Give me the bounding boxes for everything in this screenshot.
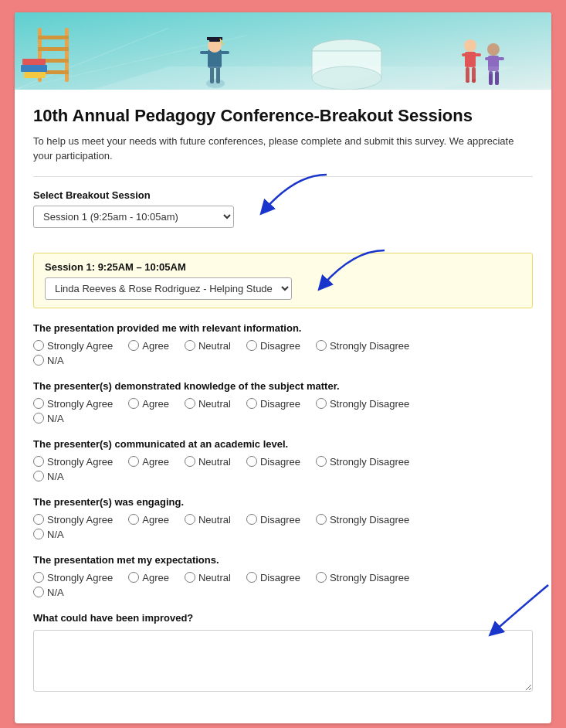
svg-rect-11 — [24, 72, 46, 78]
radio-option-strongly-disagree-q2[interactable]: Strongly Disagree — [316, 398, 409, 410]
radio-option-strongly-agree-q2[interactable]: Strongly Agree — [33, 398, 113, 410]
svg-rect-10 — [21, 65, 47, 72]
radio-option-strongly-agree-q4[interactable]: Strongly Agree — [33, 514, 113, 526]
radio-option-strongly-agree-q5[interactable]: Strongly Agree — [33, 572, 113, 583]
select-session-label: Select Breakout Session — [33, 189, 533, 201]
radio-option-strongly-disagree-q4[interactable]: Strongly Disagree — [316, 514, 409, 526]
radio-option-disagree-q1[interactable]: Disagree — [246, 340, 300, 352]
radio-option-na-q1[interactable]: N/A — [33, 355, 533, 366]
radio-option-strongly-disagree-q3[interactable]: Strongly Disagree — [316, 456, 409, 468]
page-wrapper: 10th Annual Pedagogy Conference-Breakout… — [12, 12, 554, 728]
open-question-label: What could have been improved? — [33, 612, 533, 624]
question-block-q3: The presenter(s) communicated at an acad… — [33, 438, 533, 482]
question-text-q1: The presentation provided me with releva… — [33, 322, 533, 334]
radio-row-q2: Strongly Agree Agree Neutral Disagree — [33, 398, 533, 410]
radio-option-neutral-q3[interactable]: Neutral — [185, 456, 231, 468]
radio-row-q1: Strongly Agree Agree Neutral Disagree — [33, 340, 533, 352]
radio-row-q4: Strongly Agree Agree Neutral Disagree — [33, 514, 533, 526]
question-block-q1: The presentation provided me with releva… — [33, 322, 533, 366]
radio-option-disagree-q2[interactable]: Disagree — [246, 398, 300, 410]
form-content: 10th Annual Pedagogy Conference-Breakout… — [15, 90, 551, 723]
breakout-session-select[interactable]: Session 1 (9:25am - 10:05am) Session 2 (… — [33, 206, 234, 228]
svg-rect-27 — [462, 53, 469, 56]
svg-rect-28 — [473, 53, 481, 56]
radio-option-na-q5[interactable]: N/A — [33, 587, 533, 598]
svg-rect-36 — [495, 71, 499, 85]
radio-option-strongly-agree-q1[interactable]: Strongly Agree — [33, 340, 113, 352]
select-session-block: Select Breakout Session Session 1 (9:25a… — [33, 189, 533, 239]
svg-rect-6 — [38, 47, 69, 51]
session-box-title: Session 1: 9:25AM – 10:05AM — [45, 261, 521, 273]
hero-banner — [15, 12, 551, 90]
radio-row-q3: Strongly Agree Agree Neutral Disagree — [33, 456, 533, 468]
radio-option-agree-q2[interactable]: Agree — [128, 398, 169, 410]
question-text-q4: The presenter(s) was engaging. — [33, 496, 533, 508]
session-box: Session 1: 9:25AM – 10:05AM Linda Reeves… — [33, 253, 533, 308]
question-block-q5: The presentation met my expectations. St… — [33, 554, 533, 598]
question-text-q5: The presentation met my expectations. — [33, 554, 533, 566]
form-description: To help us meet your needs with future c… — [33, 134, 533, 164]
radio-option-strongly-disagree-q5[interactable]: Strongly Disagree — [316, 572, 409, 583]
radio-option-disagree-q3[interactable]: Disagree — [246, 456, 300, 468]
open-question-block: What could have been improved? — [33, 612, 533, 694]
radio-option-agree-q1[interactable]: Agree — [128, 340, 169, 352]
radio-option-neutral-q1[interactable]: Neutral — [185, 340, 231, 352]
question-block-q4: The presenter(s) was engaging. Strongly … — [33, 496, 533, 540]
presenter-select[interactable]: Linda Reeves & Rose Rodriguez - Helping … — [45, 277, 292, 300]
radio-option-agree-q3[interactable]: Agree — [128, 456, 169, 468]
open-textarea[interactable] — [33, 630, 533, 692]
svg-rect-16 — [200, 51, 209, 54]
radio-option-na-q2[interactable]: N/A — [33, 413, 533, 424]
radio-option-agree-q4[interactable]: Agree — [128, 514, 169, 526]
question-text-q2: The presenter(s) demonstrated knowledge … — [33, 380, 533, 392]
radio-option-strongly-disagree-q1[interactable]: Strongly Disagree — [316, 340, 409, 352]
form-title: 10th Annual Pedagogy Conference-Breakout… — [33, 105, 533, 128]
svg-rect-33 — [485, 57, 493, 60]
radio-option-na-q4[interactable]: N/A — [33, 529, 533, 540]
svg-rect-34 — [497, 57, 504, 60]
radio-option-disagree-q5[interactable]: Disagree — [246, 572, 300, 583]
svg-rect-17 — [220, 51, 229, 54]
radio-option-neutral-q2[interactable]: Neutral — [185, 398, 231, 410]
svg-rect-9 — [22, 59, 46, 65]
svg-point-31 — [487, 43, 500, 56]
radio-option-agree-q5[interactable]: Agree — [128, 572, 169, 583]
radio-row-q5: Strongly Agree Agree Neutral Disagree — [33, 572, 533, 583]
question-block-q2: The presenter(s) demonstrated knowledge … — [33, 380, 533, 424]
radio-option-na-q3[interactable]: N/A — [33, 471, 533, 482]
svg-rect-5 — [38, 36, 69, 39]
radio-option-disagree-q4[interactable]: Disagree — [246, 514, 300, 526]
form-card: 10th Annual Pedagogy Conference-Breakout… — [15, 12, 551, 723]
radio-option-strongly-agree-q3[interactable]: Strongly Agree — [33, 456, 113, 468]
radio-option-neutral-q4[interactable]: Neutral — [185, 514, 231, 526]
svg-point-25 — [464, 39, 476, 52]
question-text-q3: The presenter(s) communicated at an acad… — [33, 438, 533, 450]
divider — [33, 176, 533, 177]
radio-option-neutral-q5[interactable]: Neutral — [185, 572, 231, 583]
